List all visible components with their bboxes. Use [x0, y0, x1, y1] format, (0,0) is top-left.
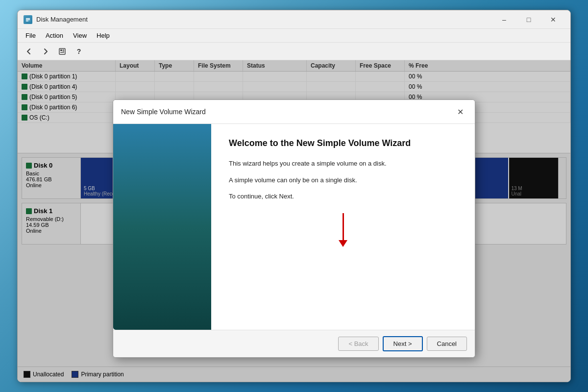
- title-bar-left: Disk Management: [24, 15, 88, 24]
- arrow-head: [339, 240, 347, 247]
- svg-rect-6: [63, 49, 64, 50]
- menu-bar: File Action View Help: [18, 29, 570, 43]
- wizard-paragraph-2: A simple volume can only be on a single …: [229, 175, 457, 185]
- title-bar: Disk Management – □ ✕: [18, 10, 570, 29]
- svg-rect-5: [60, 49, 62, 51]
- wizard-content: Welcome to the New Simple Volume Wizard …: [211, 124, 475, 330]
- properties-button[interactable]: [55, 45, 70, 58]
- minimize-button[interactable]: –: [493, 13, 515, 26]
- disk-management-window: Disk Management – □ ✕ File Action View H…: [17, 10, 571, 382]
- content-area: Volume Layout Type File System Status Ca…: [18, 60, 570, 382]
- svg-rect-4: [59, 49, 65, 54]
- svg-rect-8: [60, 52, 64, 53]
- wizard-paragraph-3: To continue, click Next.: [229, 192, 457, 201]
- red-arrow: [339, 213, 347, 247]
- wizard-body: Welcome to the New Simple Volume Wizard …: [113, 124, 475, 330]
- wizard-paragraph-1: This wizard helps you create a simple vo…: [229, 159, 457, 169]
- svg-rect-1: [26, 18, 30, 19]
- cancel-button[interactable]: Cancel: [427, 337, 467, 351]
- wizard-overlay: New Simple Volume Wizard ✕ Welcome to th…: [18, 60, 570, 382]
- back-button[interactable]: [22, 45, 36, 58]
- help-button[interactable]: ?: [72, 45, 86, 58]
- arrow-line: [343, 213, 344, 240]
- wizard-title: New Simple Volume Wizard: [121, 108, 206, 116]
- forward-button[interactable]: [38, 45, 53, 58]
- wizard-footer: < Back Next > Cancel: [113, 330, 475, 357]
- menu-file[interactable]: File: [22, 31, 40, 40]
- toolbar: ?: [18, 43, 570, 60]
- wizard-sidebar: [113, 124, 211, 330]
- window-title: Disk Management: [36, 16, 88, 23]
- wizard-close-button[interactable]: ✕: [453, 105, 467, 119]
- arrow-container: [229, 208, 457, 247]
- wizard-dialog: New Simple Volume Wizard ✕ Welcome to th…: [113, 99, 475, 358]
- svg-rect-2: [26, 19, 30, 20]
- next-button[interactable]: Next >: [383, 336, 423, 351]
- menu-help[interactable]: Help: [93, 31, 114, 40]
- wizard-title-bar: New Simple Volume Wizard ✕: [113, 100, 475, 124]
- back-button[interactable]: < Back: [338, 337, 378, 351]
- svg-rect-7: [63, 50, 64, 51]
- maximize-button[interactable]: □: [517, 13, 540, 26]
- menu-view[interactable]: View: [69, 31, 91, 40]
- app-icon: [24, 15, 32, 24]
- close-button[interactable]: ✕: [542, 13, 564, 26]
- window-controls: – □ ✕: [493, 13, 564, 26]
- menu-action[interactable]: Action: [42, 31, 67, 40]
- wizard-heading: Welcome to the New Simple Volume Wizard: [229, 138, 457, 149]
- svg-rect-3: [26, 21, 28, 22]
